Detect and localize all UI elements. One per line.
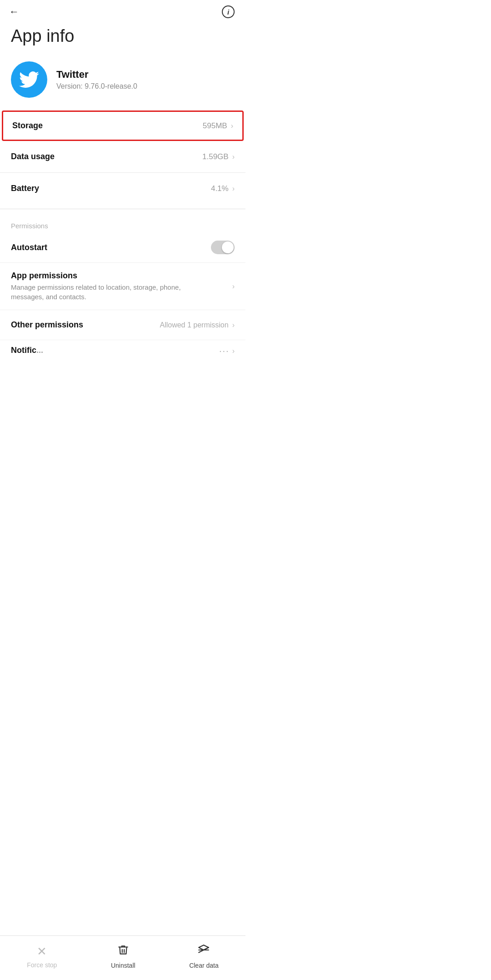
toggle-knob	[222, 241, 234, 253]
notifications-dots: ···	[219, 346, 230, 356]
other-permissions-label: Other permissions	[11, 320, 83, 330]
battery-item[interactable]: Battery 4.1% ›	[0, 173, 246, 204]
twitter-bird-icon	[19, 70, 39, 90]
other-permissions-value: Allowed 1 permission	[160, 321, 228, 329]
app-meta: Twitter Version: 9.76.0-release.0	[56, 69, 137, 90]
app-permissions-desc: Manage permissions related to location, …	[11, 282, 184, 302]
autostart-item[interactable]: Autostart	[0, 232, 246, 263]
storage-item[interactable]: Storage 595MB ›	[2, 111, 244, 141]
other-permissions-item[interactable]: Other permissions Allowed 1 permission ›	[0, 310, 246, 340]
battery-value: 4.1%	[211, 184, 229, 193]
data-usage-value: 1.59GB	[202, 152, 229, 161]
info-button[interactable]: i	[222, 5, 235, 18]
autostart-toggle[interactable]	[211, 241, 235, 254]
storage-label: Storage	[12, 121, 43, 131]
app-name: Twitter	[56, 69, 137, 80]
battery-chevron-icon: ›	[232, 185, 235, 193]
app-permissions-chevron-icon: ›	[232, 282, 235, 291]
storage-value: 595MB	[203, 121, 227, 131]
page-title: App info	[0, 22, 246, 57]
data-usage-chevron-icon: ›	[232, 153, 235, 161]
data-usage-label: Data usage	[11, 152, 55, 161]
permissions-section-label: Permissions	[0, 214, 246, 232]
data-usage-item[interactable]: Data usage 1.59GB ›	[0, 141, 246, 173]
back-button[interactable]: ←	[9, 7, 19, 17]
app-permissions-item[interactable]: App permissions Manage permissions relat…	[0, 263, 246, 310]
autostart-label: Autostart	[11, 243, 47, 252]
storage-chevron-icon: ›	[231, 122, 233, 130]
battery-label: Battery	[11, 184, 39, 193]
app-icon	[11, 61, 47, 98]
notifications-item[interactable]: Notific... ··· ›	[0, 340, 246, 358]
notifications-chevron-icon: ›	[232, 347, 235, 355]
app-info-row: Twitter Version: 9.76.0-release.0	[0, 57, 246, 111]
app-permissions-title: App permissions	[11, 271, 184, 281]
section-divider	[0, 209, 246, 209]
app-version: Version: 9.76.0-release.0	[56, 82, 137, 90]
notifications-label: Notific...	[11, 346, 43, 355]
other-permissions-chevron-icon: ›	[232, 321, 235, 329]
